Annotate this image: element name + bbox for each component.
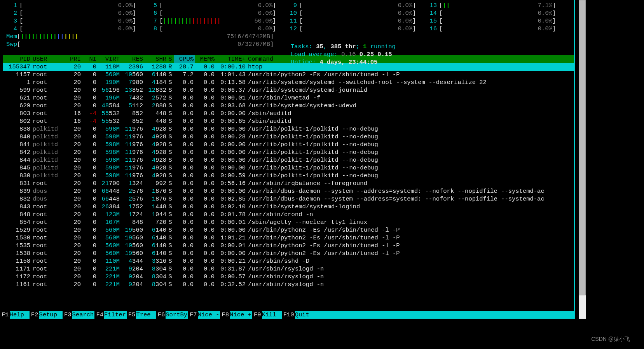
process-list[interactable]: 155347root200118M23961288R28.70.00:00.10…	[3, 63, 574, 288]
process-row[interactable]: 831root200217001324992S0.00.00:56.16/usr…	[3, 180, 574, 187]
fkey-label-filter[interactable]: Filter	[104, 311, 127, 319]
mem-label: Mem	[3, 33, 17, 40]
fkey-F5: F5	[127, 311, 136, 319]
cpu-meter-11: 11[0.0%]	[283, 17, 423, 25]
fkey-F2: F2	[30, 311, 39, 319]
cpu-meters: 1[0.0%]2[0.0%]3[0.0%]4[0.0%]5[0.0%]6[0.0…	[3, 2, 574, 33]
fkey-F4: F4	[94, 311, 104, 319]
col-virt[interactable]: VIRT	[96, 55, 120, 63]
process-row[interactable]: 1root200190M79804184S0.00.00:13.58/usr/l…	[3, 79, 574, 86]
col-shr[interactable]: SHR	[143, 55, 166, 63]
col-pri[interactable]: PRI	[65, 55, 81, 63]
load-line: Load average: 0.16 0.25 0.15	[291, 51, 396, 58]
cpu-meter-10: 10[0.0%]	[283, 9, 423, 17]
process-row[interactable]: 830polkitd200598M119764928S0.00.00:00.59…	[3, 172, 574, 180]
cpu-meter-15: 15[0.0%]	[423, 17, 563, 25]
swp-bar: [ 0/32767MB ]	[17, 40, 274, 48]
col-cpu[interactable]: CPU%	[174, 55, 195, 63]
fkey-label-kill[interactable]: Kill	[262, 311, 282, 319]
fkey-label-quit[interactable]: Quit	[295, 311, 310, 319]
cpu-meter-16: 16[0.0%]	[423, 25, 563, 33]
process-row[interactable]: 838polkitd200598M119764928S0.00.00:00.00…	[3, 125, 574, 133]
fkey-F7: F7	[188, 311, 198, 319]
swp-value: 0/32767MB	[237, 40, 270, 48]
col-user[interactable]: USER	[30, 55, 65, 63]
process-row[interactable]: 848root200123M17241044S0.00.00:01.78/usr…	[3, 211, 574, 218]
cpu-meter-1: 1[0.0%]	[3, 2, 143, 9]
process-row[interactable]: 1157root200560M195606140S7.20.01:01.43/u…	[3, 71, 574, 79]
swp-label: Swp	[3, 40, 17, 48]
stats-block: Tasks: 35, 385 thr; 1 running Load avera…	[291, 43, 396, 66]
process-row[interactable]: 803root16-455532852448S0.00.00:00.00/sbi…	[3, 110, 574, 117]
process-row[interactable]: 1172root200221M92048304S0.00.00:00.57/us…	[3, 273, 574, 281]
process-row[interactable]: 839dbus2006644825761876S0.00.00:00.00/us…	[3, 187, 574, 195]
fkey-F9: F9	[252, 311, 262, 319]
process-header[interactable]: PID USER PRI NI VIRT RES SHR S CPU% MEM%…	[3, 55, 574, 63]
function-keys: F1HelpF2SetupF3SearchF4FilterF5TreeF6Sor…	[0, 311, 575, 319]
process-row[interactable]: 854root200107M848720S0.00.00:00.01/sbin/…	[3, 218, 574, 226]
process-row[interactable]: 844polkitd200598M119764928S0.00.00:00.00…	[3, 156, 574, 164]
col-ni[interactable]: NI	[81, 55, 96, 63]
htop-terminal: 1[0.0%]2[0.0%]3[0.0%]4[0.0%]5[0.0%]6[0.0…	[0, 0, 575, 319]
fkey-F6: F6	[156, 311, 166, 319]
cpu-meter-9: 9[0.0%]	[283, 2, 423, 9]
mem-value: 7516/64742MB	[227, 33, 270, 40]
cpu-meter-8: 8[0.0%]	[143, 25, 283, 33]
process-row[interactable]: 1161root200221M92048304S0.00.00:32.52/us…	[3, 281, 574, 288]
watermark: CSDN @猿小飞	[591, 335, 630, 343]
col-res[interactable]: RES	[120, 55, 143, 63]
tasks-line: Tasks: 35, 385 thr; 1 running	[291, 43, 396, 51]
mem-bar: [ |||||||||||||||| 7516/64742MB ]	[17, 33, 274, 40]
fkey-label-setup[interactable]: Setup	[39, 311, 63, 319]
fkey-label-search[interactable]: Search	[72, 311, 95, 319]
cpu-meter-12: 12[0.0%]	[283, 25, 423, 33]
process-row[interactable]: 845polkitd200598M119764928S0.00.00:00.00…	[3, 164, 574, 172]
cpu-meter-2: 2[0.0%]	[3, 9, 143, 17]
cpu-meter-4: 4[0.0%]	[3, 25, 143, 33]
fkey-F3: F3	[63, 311, 72, 319]
process-row[interactable]: 1535root200560M195606140S0.00.00:00.01/u…	[3, 242, 574, 250]
process-row[interactable]: 599root200561961385212832S0.00.00:06.37/…	[3, 86, 574, 94]
process-row[interactable]: 842polkitd200598M119764928S0.00.00:00.00…	[3, 148, 574, 156]
fkey-label-tree[interactable]: Tree	[136, 311, 156, 319]
cpu-meter-14: 14[0.0%]	[423, 9, 563, 17]
col-mem[interactable]: MEM%	[195, 55, 215, 63]
memory-meter: Mem [ |||||||||||||||| 7516/64742MB ]	[3, 33, 574, 40]
process-row[interactable]: 841polkitd200598M119764928S0.00.00:00.00…	[3, 141, 574, 148]
col-pid[interactable]: PID	[3, 55, 30, 63]
process-row[interactable]: 843root2002638417521448S0.00.00:02.10/us…	[3, 203, 574, 211]
fkey-F10: F10	[282, 311, 295, 319]
fkey-label-nice[interactable]: Nice +	[230, 311, 252, 319]
process-row[interactable]: 802root16-455532852448S0.00.00:00.65/sbi…	[3, 117, 574, 125]
cpu-meter-7: 7[||||||||||||||||50.0%]	[143, 17, 283, 25]
cpu-meter-3: 3[0.0%]	[3, 17, 143, 25]
process-row[interactable]: 1171root200221M92048304S0.00.00:31.87/us…	[3, 265, 574, 273]
process-row[interactable]: 629root2004858451122888S0.00.00:03.68/us…	[3, 102, 574, 110]
cpu-meter-13: 13[||7.1%]	[423, 2, 563, 9]
cpu-meter-5: 5[0.0%]	[143, 2, 283, 9]
process-row[interactable]: 1529root200560M195606140S0.00.00:00.00/u…	[3, 226, 574, 234]
cpu-meter-6: 6[0.0%]	[143, 9, 283, 17]
col-time[interactable]: TIME+	[215, 55, 246, 63]
process-row[interactable]: 832dbus2006644825761876S0.00.00:02.85/us…	[3, 195, 574, 203]
col-s[interactable]: S	[166, 55, 174, 63]
swap-meter: Swp [ 0/32767MB ]	[3, 40, 574, 48]
fkey-label-sortby[interactable]: SortBy	[166, 311, 188, 319]
scrollbar-thumb[interactable]	[579, 0, 586, 295]
process-row[interactable]: 1158root200110M43443316S0.00.00:00.21/us…	[3, 257, 574, 265]
fkey-F1: F1	[0, 311, 10, 319]
process-row[interactable]: 1530root200560M195606140S0.00.01:01.21/u…	[3, 234, 574, 242]
process-row[interactable]: 155347root200118M23961288R28.70.00:00.10…	[3, 63, 574, 71]
fkey-label-help[interactable]: Help	[10, 311, 30, 319]
process-row[interactable]: 621root200196M74322572S0.00.00:00.01/usr…	[3, 94, 574, 102]
fkey-label-nice[interactable]: Nice -	[198, 311, 220, 319]
process-row[interactable]: 1538root200560M195606140S0.00.00:00.00/u…	[3, 250, 574, 257]
fkey-F8: F8	[220, 311, 230, 319]
process-row[interactable]: 840polkitd200598M119764928S0.00.00:00.28…	[3, 133, 574, 141]
uptime-line: Uptime: 4 days, 23:44:05	[291, 58, 396, 66]
